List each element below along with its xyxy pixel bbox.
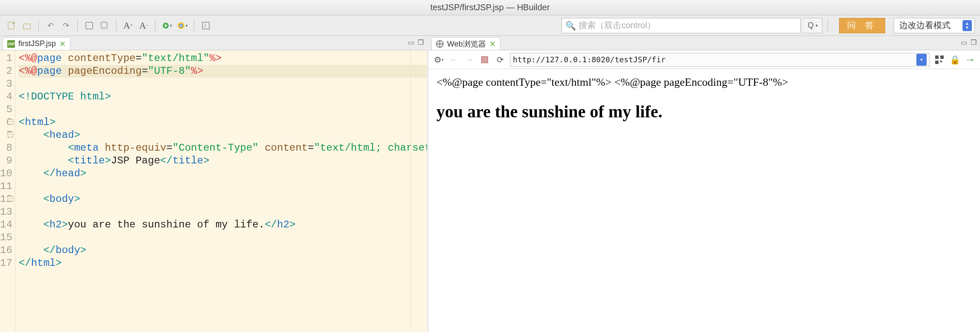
- editor-tab[interactable]: JSP firstJSP.jsp ✕: [3, 37, 70, 50]
- font-increase-icon[interactable]: A+: [122, 19, 135, 32]
- close-icon[interactable]: ✕: [489, 39, 496, 49]
- editor-tabbar: JSP firstJSP.jsp ✕ ▭ ❐: [0, 36, 427, 50]
- svg-rect-2: [23, 24, 30, 29]
- svg-rect-16: [940, 61, 942, 62]
- forward-icon[interactable]: →: [464, 54, 475, 65]
- browser-tab-label: Web浏览器: [447, 39, 486, 49]
- new-folder-icon[interactable]: [20, 19, 33, 32]
- stop-icon[interactable]: [479, 54, 490, 65]
- go-icon[interactable]: →: [965, 54, 976, 65]
- gear-icon[interactable]: ⚙▾: [433, 54, 444, 65]
- separator: [194, 19, 194, 32]
- editor-tab-label: firstJSP.jsp: [18, 39, 56, 48]
- lock-icon[interactable]: 🔒: [949, 54, 960, 65]
- close-icon[interactable]: ✕: [59, 39, 66, 49]
- code-content[interactable]: <%@page contentType="text/html"%><%@page…: [15, 50, 427, 332]
- run-icon[interactable]: ▾: [161, 19, 173, 32]
- url-text: http://127.0.0.1:8020/testJSP/fir: [513, 55, 666, 64]
- save-all-icon[interactable]: [98, 19, 111, 32]
- new-file-icon[interactable]: +: [5, 19, 18, 32]
- browser-pane: Web浏览器 ✕ ▭ ❐ ⚙▾ ← → ⟳ http://127.0.0.1:8…: [427, 36, 980, 332]
- maximize-pane-icon[interactable]: ❐: [971, 38, 977, 47]
- qr-icon[interactable]: [934, 54, 945, 65]
- browser-tabbar: Web浏览器 ✕ ▭ ❐: [429, 36, 980, 50]
- search-dropdown[interactable]: Q ▾: [803, 18, 822, 33]
- workspace: JSP firstJSP.jsp ✕ ▭ ❐ 123456-7-89101112…: [0, 36, 980, 332]
- search-placeholder: 搜索（双击control）: [579, 20, 655, 31]
- url-dropdown-icon[interactable]: [916, 54, 927, 66]
- pane-controls: ▭ ❐: [961, 38, 977, 47]
- info-icon[interactable]: i: [199, 19, 212, 32]
- window-title: testJSP/firstJSP.jsp — HBuilder: [430, 3, 550, 12]
- code-editor[interactable]: 123456-7-89101112-1314151617 <%@page con…: [0, 50, 427, 332]
- svg-rect-13: [935, 55, 939, 59]
- font-decrease-icon[interactable]: A-: [137, 19, 150, 32]
- undo-icon[interactable]: ↶: [44, 19, 57, 32]
- directive-text: <%@page contentType="text/html"%> <%@pag…: [436, 75, 972, 90]
- svg-rect-3: [86, 22, 93, 29]
- minimize-pane-icon[interactable]: ▭: [961, 38, 967, 47]
- page-heading: you are the sunshine of my life.: [436, 102, 972, 122]
- right-margin-line: [410, 50, 411, 332]
- browser-viewport: <%@page contentType="text/html"%> <%@pag…: [429, 69, 980, 332]
- chevron-updown-icon: [962, 20, 972, 31]
- svg-text:+: +: [12, 21, 15, 26]
- jsp-file-icon: JSP: [7, 40, 15, 48]
- url-input[interactable]: http://127.0.0.1:8020/testJSP/fir: [510, 53, 930, 67]
- separator: [77, 19, 78, 32]
- view-mode-select[interactable]: 边改边看模式: [894, 18, 975, 33]
- separator: [38, 19, 39, 32]
- global-search-input[interactable]: 🔍 搜索（双击control）: [562, 18, 801, 33]
- pane-controls: ▭ ❐: [408, 38, 424, 47]
- redo-icon[interactable]: ↷: [59, 19, 72, 32]
- svg-rect-11: [202, 22, 209, 29]
- window-titlebar: testJSP/firstJSP.jsp — HBuilder: [0, 0, 980, 15]
- globe-icon: [436, 40, 444, 48]
- separator: [155, 19, 155, 32]
- qa-button[interactable]: 问 答: [839, 18, 885, 33]
- browser-toolbar: ⚙▾ ← → ⟳ http://127.0.0.1:8020/testJSP/f…: [429, 50, 980, 69]
- separator: [828, 19, 828, 32]
- main-toolbar: + ↶ ↷ A+ A- ▾ ▾ i 🔍 搜索（双击control） Q ▾ 问 …: [0, 15, 980, 36]
- svg-rect-15: [935, 61, 939, 64]
- browser-select-icon[interactable]: ▾: [176, 19, 189, 32]
- svg-point-10: [180, 25, 182, 26]
- separator: [116, 19, 117, 32]
- line-number-gutter: 123456-7-89101112-1314151617: [0, 50, 15, 332]
- svg-rect-14: [940, 55, 944, 59]
- svg-text:i: i: [205, 23, 206, 29]
- browser-tab[interactable]: Web浏览器 ✕: [431, 37, 500, 50]
- minimize-pane-icon[interactable]: ▭: [408, 38, 414, 47]
- reload-icon[interactable]: ⟳: [494, 54, 506, 65]
- save-icon[interactable]: [83, 19, 96, 32]
- editor-pane: JSP firstJSP.jsp ✕ ▭ ❐ 123456-7-89101112…: [0, 36, 427, 332]
- maximize-pane-icon[interactable]: ❐: [418, 38, 424, 47]
- back-icon[interactable]: ←: [448, 54, 459, 65]
